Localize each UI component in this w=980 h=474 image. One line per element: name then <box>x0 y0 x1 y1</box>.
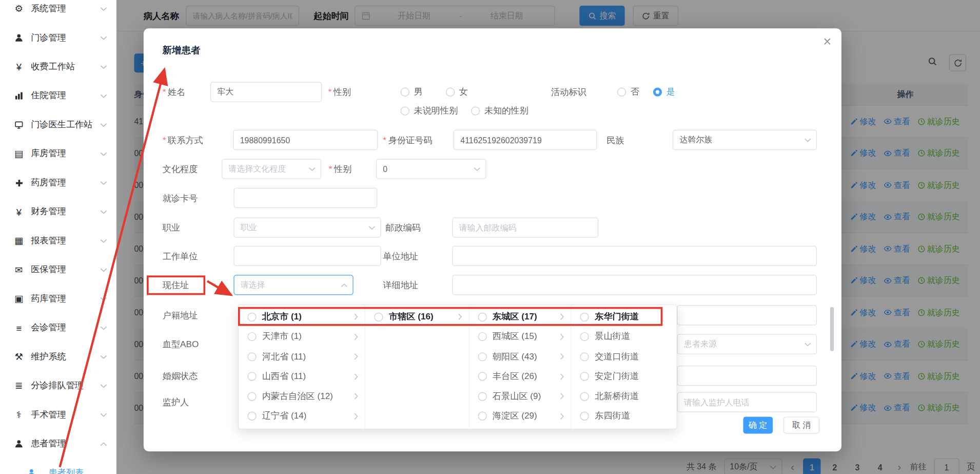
radio-icon[interactable] <box>478 412 487 421</box>
sidebar-item-13[interactable]: ≣分诊排队管理 <box>0 371 116 400</box>
sidebar-item-11[interactable]: ≡会诊管理 <box>0 313 116 342</box>
visit-card-input[interactable] <box>233 188 377 208</box>
chevron-right-icon <box>560 353 565 361</box>
sidebar-item-2[interactable]: ¥收费工作站 <box>0 52 116 81</box>
radio-icon[interactable] <box>375 313 383 321</box>
radio-icon[interactable] <box>580 372 589 381</box>
unit-address-input[interactable] <box>452 246 817 266</box>
close-icon[interactable]: × <box>824 33 832 50</box>
radio-icon[interactable] <box>580 412 589 421</box>
cascader-option[interactable]: 北新桥街道 <box>572 386 676 406</box>
occupation-select[interactable]: 职业 <box>233 217 381 237</box>
cascader-option[interactable]: 东华门街道 <box>572 307 676 327</box>
radio-icon <box>401 106 409 115</box>
cascader-option[interactable]: 市辖区 (16) <box>365 307 468 327</box>
sidebar-item-0[interactable]: ⚙系统管理 <box>0 0 116 23</box>
radio-icon[interactable] <box>580 352 589 361</box>
radio-icon[interactable] <box>247 392 256 401</box>
work-unit-input[interactable] <box>233 246 381 266</box>
radio-icon[interactable] <box>478 372 487 381</box>
doc-icon: ▤ <box>13 148 26 159</box>
cascader-option[interactable]: 北京市 (1) <box>239 307 365 327</box>
cascader-option[interactable]: 西城区 (15) <box>469 327 571 347</box>
cascader-option[interactable]: 内蒙古自治区 (12) <box>239 386 365 406</box>
radio-icon[interactable] <box>247 313 256 321</box>
current-address-select[interactable]: 请选择 <box>233 275 353 295</box>
cascader-option[interactable]: 海淀区 (29) <box>469 406 571 426</box>
sidebar-item-8[interactable]: ▦报表管理 <box>0 226 116 255</box>
cascader-option[interactable]: 景山街道 <box>572 327 676 347</box>
radio-activity-yes[interactable]: 是 <box>653 82 675 102</box>
cascader-option[interactable]: 东四街道 <box>572 406 676 426</box>
name-input[interactable] <box>210 82 322 102</box>
patient-source-select[interactable]: 患者来源 <box>677 334 817 354</box>
sidebar-item-15[interactable]: 患者管理 <box>0 429 116 458</box>
cancel-button[interactable]: 取 消 <box>783 416 819 433</box>
cascader-option[interactable]: 辽宁省 (14) <box>239 406 365 426</box>
sidebar-item-10[interactable]: ▣药库管理 <box>0 285 116 313</box>
sidebar-item-patient-list[interactable]: 患者列表 <box>0 458 116 474</box>
radio-checked-icon <box>653 88 662 97</box>
household-address-input[interactable] <box>677 305 817 325</box>
field-label-postal-code: 邮政编码 <box>385 217 421 237</box>
cascader-option[interactable]: 山西省 (11) <box>239 367 365 387</box>
radio-activity-no[interactable]: 否 <box>617 82 639 102</box>
radio-icon[interactable] <box>247 352 256 361</box>
sidebar-item-14[interactable]: ⚕手术管理 <box>0 400 116 429</box>
gender2-select[interactable]: 0 <box>376 159 486 179</box>
sidebar-item-5[interactable]: ▤库房管理 <box>0 139 116 168</box>
radio-gender-male[interactable]: 男 <box>401 82 423 102</box>
yen-icon: ¥ <box>13 62 26 72</box>
scrollbar-thumb[interactable] <box>830 307 834 351</box>
sidebar-item-4[interactable]: 门诊医生工作站 <box>0 110 116 139</box>
radio-icon[interactable] <box>247 332 256 341</box>
contact-input[interactable] <box>233 130 378 150</box>
radio-icon[interactable] <box>478 332 487 341</box>
sidebar-item-9[interactable]: ✉医保管理 <box>0 255 116 284</box>
guardian-phone-input[interactable] <box>677 392 817 412</box>
field-label-ethnicity: 民族 <box>606 130 624 150</box>
id-number-input[interactable] <box>454 130 597 150</box>
cross-icon <box>13 179 26 187</box>
marital-right-input[interactable] <box>677 366 817 386</box>
radio-icon[interactable] <box>580 313 589 321</box>
sidebar-item-1[interactable]: 门诊管理 <box>0 23 116 52</box>
cascader-option[interactable]: 河北省 (11) <box>239 347 365 367</box>
radio-icon[interactable] <box>247 412 256 421</box>
radio-gender-unknown[interactable]: 未知的性别 <box>471 101 528 121</box>
gear-icon: ⚙ <box>13 3 26 14</box>
ethnicity-select[interactable]: 达斡尔族 <box>673 130 817 150</box>
cascader-option[interactable]: 交道口街道 <box>572 347 676 367</box>
bars-icon <box>13 91 26 100</box>
chevron-down-icon <box>100 93 107 98</box>
chevron-down-icon <box>100 123 107 127</box>
education-select[interactable]: 请选择文化程度 <box>222 159 321 179</box>
sidebar-item-7[interactable]: ¥财务管理 <box>0 197 116 226</box>
confirm-button[interactable]: 确 定 <box>743 416 773 433</box>
radio-gender-unstated[interactable]: 未说明性别 <box>401 101 458 121</box>
radio-icon[interactable] <box>580 332 589 341</box>
sidebar-item-6[interactable]: 药房管理 <box>0 168 116 197</box>
cascader-option[interactable]: 天津市 (1) <box>239 327 365 347</box>
radio-icon[interactable] <box>247 372 256 381</box>
mail-icon: ✉ <box>13 264 26 275</box>
radio-icon[interactable] <box>478 392 487 401</box>
postal-code-input[interactable] <box>452 217 598 237</box>
chevron-down-icon <box>805 342 812 347</box>
sidebar-item-3[interactable]: 住院管理 <box>0 81 116 110</box>
detail-address-input[interactable] <box>452 275 817 295</box>
radio-icon[interactable] <box>580 392 589 401</box>
cascader-option[interactable]: 东城区 (17) <box>469 307 571 327</box>
radio-gender-female[interactable]: 女 <box>446 82 468 102</box>
sidebar-item-12[interactable]: ⚒维护系统 <box>0 343 116 371</box>
cascader-option[interactable]: 安定门街道 <box>572 367 676 387</box>
chevron-down-icon <box>100 268 107 272</box>
cascader-option[interactable]: 朝阳区 (43) <box>469 347 571 367</box>
person-icon <box>25 468 38 474</box>
radio-icon[interactable] <box>478 313 487 321</box>
radio-icon[interactable] <box>478 352 487 361</box>
field-label-marital: 婚姻状态 <box>163 366 198 386</box>
cascader-option[interactable]: 石景山区 (9) <box>469 386 571 406</box>
cascader-option[interactable]: 丰台区 (26) <box>469 367 571 387</box>
field-label-occupation: 职业 <box>163 217 180 237</box>
